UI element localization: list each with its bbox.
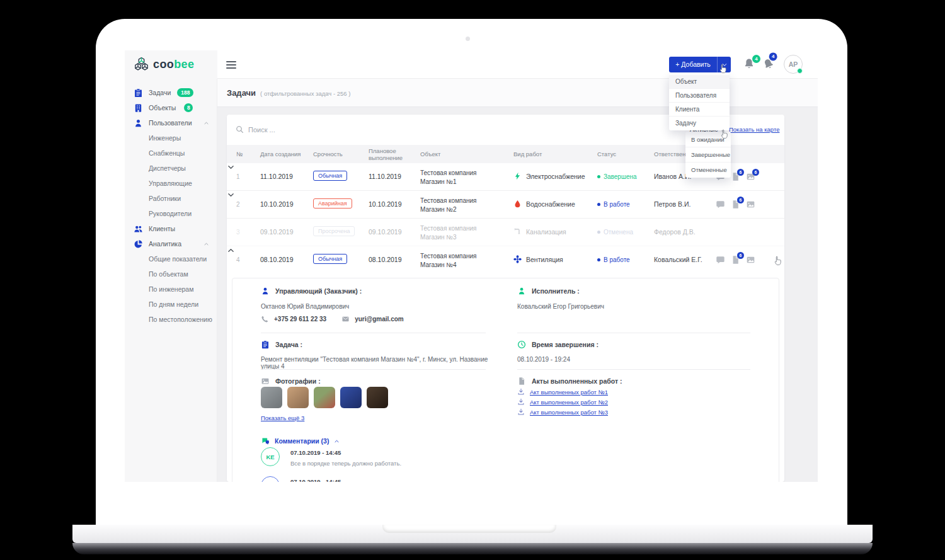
show-more-photos-link[interactable]: Показать ещё 3 bbox=[261, 414, 304, 421]
logo[interactable]: coobee bbox=[125, 50, 217, 79]
planned-date: 11.10.2019 bbox=[369, 173, 401, 180]
sidebar-item-by-engineers[interactable]: По инженерам bbox=[125, 282, 217, 297]
executor-name: Ковальский Егор Григорьевич bbox=[517, 303, 604, 310]
owner-name: Федоров Д.В. bbox=[654, 228, 696, 236]
person-icon bbox=[134, 118, 143, 128]
document-icon bbox=[517, 377, 526, 386]
add-chevron-icon[interactable] bbox=[717, 57, 731, 72]
col-worktype: Вид работ bbox=[513, 151, 542, 157]
urgency-badge: Обычная bbox=[313, 171, 347, 181]
comments-toggle[interactable]: Комментарии (3) bbox=[261, 437, 340, 445]
table-row[interactable]: 4 08.10.2019 Обычная 08.10.2019 Тестовая… bbox=[227, 246, 784, 274]
table-row[interactable]: 3 09.10.2019 Просрочена 09.10.2019 Тесто… bbox=[227, 219, 784, 246]
pie-chart-icon bbox=[134, 239, 143, 249]
laptop-notch bbox=[382, 525, 556, 533]
show-on-map-link[interactable]: Показать на карте bbox=[729, 126, 779, 133]
sidebar-item-label: Задачи bbox=[149, 89, 171, 96]
filter-option-pending[interactable]: В ожидании bbox=[685, 132, 731, 147]
planned-date: 09.10.2019 bbox=[369, 228, 402, 236]
photos-icon[interactable] bbox=[746, 200, 755, 209]
documents-icon[interactable]: 6 bbox=[731, 172, 740, 181]
person-icon bbox=[261, 287, 270, 295]
collapse-chevron-icon[interactable] bbox=[227, 246, 784, 254]
photo-thumbnails bbox=[261, 387, 388, 408]
executor-label: Исполнитель : bbox=[517, 287, 580, 295]
comments-icon[interactable] bbox=[716, 200, 725, 209]
add-dropdown-menu: Объект Пользователя Клиента Задачу bbox=[669, 74, 730, 130]
sidebar-item-workers[interactable]: Работники bbox=[125, 191, 217, 206]
laptop-screen: coobee + Добавить 4 4 AP Объект Пользова… bbox=[96, 19, 847, 525]
filter-option-cancelled[interactable]: Отмененные bbox=[685, 163, 731, 177]
add-menu-item-object[interactable]: Объект bbox=[669, 75, 730, 89]
sidebar-item-by-location[interactable]: По местоположению bbox=[125, 312, 217, 327]
chevron-up-icon bbox=[203, 241, 209, 247]
chevron-up-icon bbox=[203, 120, 209, 126]
finish-time-label: Время завершения : bbox=[517, 340, 598, 349]
task-detail-panel: Управляющий (Заказчик) : Октанов Юрий Вл… bbox=[232, 278, 779, 482]
act-download-link[interactable]: Акт выполненных работ №2 bbox=[517, 398, 608, 406]
sidebar-item-dispatchers[interactable]: Диспетчеры bbox=[125, 161, 217, 176]
coobee-logo-icon bbox=[133, 56, 150, 73]
mail-icon bbox=[341, 315, 350, 323]
search-input[interactable] bbox=[248, 123, 412, 136]
work-type: Канализация bbox=[513, 227, 566, 236]
comment-avatar bbox=[261, 476, 280, 482]
sidebar-item-users[interactable]: Пользователи bbox=[125, 115, 217, 130]
chevron-up-icon bbox=[334, 438, 340, 444]
sidebar-item-engineers[interactable]: Инженеры bbox=[125, 130, 217, 146]
sidebar-item-label: Объекты bbox=[149, 104, 176, 111]
photo-thumbnail[interactable] bbox=[261, 387, 282, 408]
table-row[interactable]: 2 10.10.2019 Аварийная 10.10.2019 Тестов… bbox=[227, 191, 784, 219]
created-date: 09.10.2019 bbox=[260, 228, 294, 236]
messages-bell-icon[interactable]: 4 bbox=[761, 56, 777, 72]
notifications-bell-icon[interactable]: 4 bbox=[743, 58, 756, 71]
photo-thumbnail[interactable] bbox=[340, 387, 362, 408]
act-download-link[interactable]: Акт выполненных работ №1 bbox=[517, 388, 608, 396]
sidebar-item-by-objects[interactable]: По объектам bbox=[125, 266, 217, 282]
filter-option-completed[interactable]: Завершенные bbox=[685, 147, 731, 163]
sidebar-item-tasks[interactable]: Задачи 188 bbox=[125, 85, 217, 100]
tasks-count-badge: 188 bbox=[177, 88, 193, 97]
add-menu-item-task[interactable]: Задачу bbox=[669, 117, 730, 130]
menu-toggle-icon[interactable] bbox=[226, 61, 236, 69]
task-label: Задача : bbox=[261, 340, 302, 349]
documents-icon[interactable]: 6 bbox=[731, 200, 740, 209]
photo-thumbnail[interactable] bbox=[287, 387, 309, 408]
image-icon bbox=[261, 377, 270, 386]
sidebar-item-suppliers[interactable]: Снабженцы bbox=[125, 146, 217, 161]
photos-icon[interactable]: 6 bbox=[746, 172, 755, 181]
sidebar-item-label: Аналитика bbox=[149, 240, 181, 248]
water-drop-icon bbox=[513, 200, 522, 208]
laptop-camera bbox=[466, 37, 470, 41]
online-status-dot bbox=[797, 68, 803, 74]
sidebar-item-objects[interactable]: Объекты 8 bbox=[125, 100, 217, 115]
sidebar-item-general-stats[interactable]: Общие показатели bbox=[125, 251, 217, 266]
avatar[interactable]: AP bbox=[784, 55, 803, 74]
add-menu-item-client[interactable]: Клиента bbox=[669, 103, 730, 117]
sidebar-item-heads[interactable]: Руководители bbox=[125, 206, 217, 221]
photos-label: Фотографии : bbox=[261, 377, 321, 386]
documents-icon[interactable]: 6 bbox=[731, 255, 740, 265]
sidebar-item-by-weekdays[interactable]: По дням недели bbox=[125, 297, 217, 312]
comments-icon[interactable] bbox=[716, 255, 725, 265]
col-planned: Плановое выполнение bbox=[369, 147, 414, 162]
photo-thumbnail[interactable] bbox=[314, 387, 335, 408]
act-download-link[interactable]: Акт выполненных работ №3 bbox=[517, 408, 608, 416]
object-name: Тестовая компанияМагазин №3 bbox=[420, 224, 477, 241]
pipe-icon bbox=[513, 227, 522, 236]
documents-count-badge: 6 bbox=[737, 197, 744, 203]
status-badge: Отменена bbox=[597, 229, 633, 236]
add-menu-item-user[interactable]: Пользователя bbox=[669, 89, 730, 103]
photo-thumbnail[interactable] bbox=[367, 387, 388, 408]
page-title: Задачи( отфильтрованных задач - 256 ) bbox=[227, 88, 350, 98]
add-button[interactable]: + Добавить bbox=[669, 57, 731, 72]
expand-chevron-icon[interactable] bbox=[227, 191, 784, 199]
work-type: Водоснабжение bbox=[513, 200, 575, 208]
sidebar-item-clients[interactable]: Клиенты bbox=[125, 221, 217, 236]
photos-icon[interactable] bbox=[746, 255, 755, 265]
sidebar-item-analytics[interactable]: Аналитика bbox=[125, 236, 217, 251]
sidebar-item-managers[interactable]: Управляющие bbox=[125, 176, 217, 191]
planned-date: 10.10.2019 bbox=[369, 200, 402, 208]
clipboard-icon bbox=[134, 88, 143, 98]
sidebar-item-label: Клиенты bbox=[149, 225, 175, 232]
